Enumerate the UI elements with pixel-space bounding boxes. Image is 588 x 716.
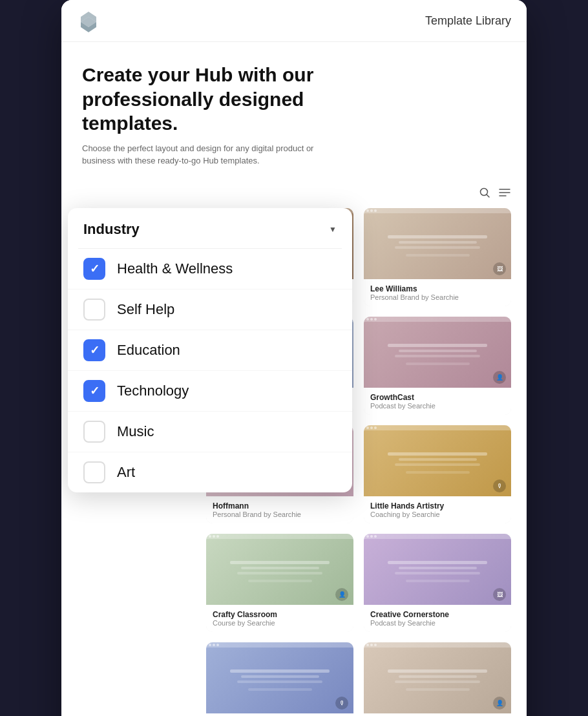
template-overlay-icon-7: 👤 (335, 588, 348, 601)
dropdown-item-art[interactable]: Art (68, 452, 352, 492)
dropdown-item-health[interactable]: Health & Wellness (68, 249, 352, 290)
template-type-8: Podcast by Searchie (370, 619, 505, 627)
dropdown-header[interactable]: Industry ▼ (68, 208, 352, 248)
template-info-8: Creative CornerstonePodcast by Searchie (364, 605, 511, 632)
template-card-2[interactable]: 🖼Lee WilliamsPersonal Brand by Searchie (364, 208, 511, 306)
filter-icon[interactable] (498, 187, 511, 201)
template-name-8: Creative Cornerstone (370, 610, 505, 619)
checkbox-education[interactable] (83, 339, 105, 361)
template-card-8[interactable]: 🖼Creative CornerstonePodcast by Searchie (364, 534, 511, 632)
dropdown-item-label-education: Education (117, 342, 180, 359)
svg-line-1 (487, 195, 490, 197)
main-card: Template Library Create your Hub with ou… (61, 0, 527, 716)
template-name-6: Little Hands Artistry (370, 501, 505, 511)
template-name-2: Lee Williams (370, 284, 505, 293)
template-type-4: Podcast by Searchie (370, 402, 505, 410)
template-info-10: Abigail WilliamsPersonal Brand by Search… (364, 713, 511, 717)
template-info-6: Little Hands ArtistryCoaching by Searchi… (364, 496, 511, 523)
template-overlay-icon-8: 🖼 (493, 588, 506, 601)
dropdown-item-label-technology: Technology (117, 383, 189, 399)
template-thumb-8: 🖼 (364, 534, 511, 605)
template-overlay-icon-4: 👤 (493, 371, 506, 384)
template-type-5: Personal Brand by Searchie (213, 511, 347, 518)
chevron-down-icon: ▼ (329, 225, 337, 234)
template-thumb-4: 👤 (364, 317, 511, 388)
template-card-4[interactable]: 👤GrowthCastPodcast by Searchie (364, 317, 511, 415)
hero-section: Create your Hub with our professionally … (61, 42, 527, 180)
content-area: 👤Business PortalMembership by Searchie 🖼… (61, 208, 527, 717)
template-type-2: Personal Brand by Searchie (370, 293, 505, 301)
template-type-6: Coaching by Searchie (370, 511, 505, 518)
dropdown-item-technology[interactable]: Technology (68, 371, 352, 412)
template-overlay-icon-2: 🖼 (493, 262, 506, 275)
template-info-4: GrowthCastPodcast by Searchie (364, 388, 511, 415)
checkbox-technology[interactable] (83, 380, 105, 402)
dropdown-item-label-art: Art (117, 464, 135, 481)
template-info-9: FaithKids ClubMembership by Searchie (206, 713, 353, 717)
dropdown-item-label-music: Music (117, 423, 154, 440)
header-title: Template Library (425, 14, 511, 28)
logo (77, 9, 100, 32)
dropdown-label: Industry (83, 221, 140, 238)
template-info-2: Lee WilliamsPersonal Brand by Searchie (364, 279, 511, 306)
template-overlay-icon-6: 🎙 (493, 479, 506, 492)
header: Template Library (61, 0, 527, 42)
search-icon[interactable] (479, 187, 490, 202)
dropdown-item-education[interactable]: Education (68, 330, 352, 371)
checkbox-art[interactable] (83, 461, 105, 483)
hero-title: Create your Hub with our professionally … (82, 63, 392, 136)
template-card-7[interactable]: 👤Crafty ClassroomCourse by Searchie (206, 534, 353, 632)
svg-point-0 (481, 188, 488, 195)
template-overlay-icon-10: 👤 (493, 697, 506, 710)
template-name-4: GrowthCast (370, 393, 505, 402)
template-card-9[interactable]: 🎙FaithKids ClubMembership by Searchie (206, 642, 353, 717)
template-thumb-2: 🖼 (364, 208, 511, 279)
template-info-7: Crafty ClassroomCourse by Searchie (206, 605, 353, 632)
checkbox-self-help[interactable] (83, 299, 105, 321)
checkbox-health[interactable] (83, 258, 105, 280)
dropdown-item-label-self-help: Self Help (117, 301, 174, 318)
dropdown-item-music[interactable]: Music (68, 412, 352, 452)
template-name-5: Hoffmann (213, 501, 347, 511)
template-type-7: Course by Searchie (213, 619, 347, 627)
dropdown-item-label-health: Health & Wellness (117, 260, 233, 277)
template-thumb-9: 🎙 (206, 642, 353, 713)
template-overlay-icon-9: 🎙 (335, 697, 348, 710)
template-thumb-6: 🎙 (364, 425, 511, 496)
template-thumb-7: 👤 (206, 534, 353, 605)
template-card-6[interactable]: 🎙Little Hands ArtistryCoaching by Search… (364, 425, 511, 523)
checkbox-music[interactable] (83, 421, 105, 443)
dropdown-items-container: Health & WellnessSelf HelpEducationTechn… (68, 249, 352, 492)
template-name-7: Crafty Classroom (213, 610, 347, 619)
template-thumb-10: 👤 (364, 642, 511, 713)
filter-bar (61, 180, 527, 208)
template-card-10[interactable]: 👤Abigail WilliamsPersonal Brand by Searc… (364, 642, 511, 717)
dropdown-item-self-help[interactable]: Self Help (68, 290, 352, 330)
template-info-5: HoffmannPersonal Brand by Searchie (206, 496, 353, 523)
industry-dropdown[interactable]: Industry ▼ Health & WellnessSelf HelpEdu… (68, 208, 352, 492)
hero-subtitle: Choose the perfect layout and design for… (82, 142, 315, 167)
